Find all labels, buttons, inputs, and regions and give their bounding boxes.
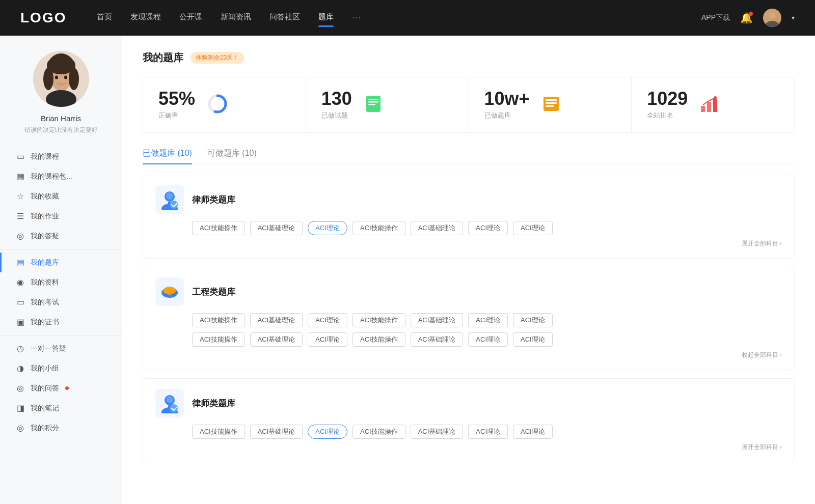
- tag2-5[interactable]: ACI基础理论: [411, 313, 464, 327]
- tab-done-banks[interactable]: 已做题库 (10): [143, 148, 192, 164]
- nav-qa[interactable]: 问答社区: [269, 12, 300, 24]
- tab-available-banks[interactable]: 可做题库 (10): [207, 148, 257, 164]
- svg-point-2: [769, 12, 775, 18]
- collapse-link-2[interactable]: 收起全部科目 ›: [155, 351, 782, 359]
- expand-link-3[interactable]: 展开全部科目 ›: [155, 443, 782, 452]
- tag2-10[interactable]: ACI理论: [308, 332, 347, 347]
- menu-divider-2: [0, 335, 122, 335]
- main-content: 我的题库 体验剩余23天！ 55% 正确率: [122, 36, 815, 504]
- svg-point-1: [765, 21, 779, 27]
- stat-accuracy-number: 55%: [158, 90, 195, 108]
- logo[interactable]: LOGO: [20, 10, 66, 26]
- stat-ranking: 1029 全站排名: [632, 77, 794, 132]
- tag-1[interactable]: ACI技能操作: [192, 221, 245, 235]
- trial-badge: 体验剩余23天！: [191, 52, 244, 64]
- avatar-chevron-icon[interactable]: ▾: [792, 14, 795, 21]
- tag2-11[interactable]: ACI技能操作: [352, 332, 405, 347]
- tag3-6[interactable]: ACI理论: [468, 425, 508, 439]
- accuracy-chart-icon: [207, 94, 228, 116]
- tag2-13[interactable]: ACI理论: [468, 332, 508, 347]
- tag-3-active[interactable]: ACI理论: [308, 221, 347, 235]
- svg-rect-22: [546, 105, 554, 107]
- svg-rect-25: [713, 99, 717, 112]
- sidebar-item-my-qa[interactable]: ◎ 我的问答: [0, 378, 122, 398]
- tag-6[interactable]: ACI理论: [468, 221, 508, 235]
- svg-point-8: [69, 68, 79, 90]
- svg-rect-24: [707, 102, 711, 112]
- tag2-12[interactable]: ACI基础理论: [411, 332, 464, 347]
- nav-open-course[interactable]: 公开课: [179, 12, 202, 24]
- tag2-7[interactable]: ACI理论: [513, 313, 553, 327]
- question-icon: ◎: [15, 231, 25, 241]
- tag-7[interactable]: ACI理论: [513, 221, 553, 235]
- tag3-3-active[interactable]: ACI理论: [308, 425, 347, 439]
- svg-rect-18: [368, 104, 375, 105]
- certificate-icon: ▣: [15, 317, 25, 327]
- tag3-7[interactable]: ACI理论: [513, 425, 553, 439]
- tag2-6[interactable]: ACI理论: [468, 313, 508, 327]
- page-title: 我的题库: [143, 51, 183, 65]
- sidebar-item-question-bank[interactable]: ▤ 我的题库: [0, 253, 122, 272]
- sidebar-item-notes[interactable]: ◨ 我的笔记: [0, 398, 122, 418]
- avatar[interactable]: [763, 9, 781, 27]
- app-download-link[interactable]: APP下载: [701, 13, 730, 22]
- tag2-9[interactable]: ACI基础理论: [250, 332, 303, 347]
- tag2-8[interactable]: ACI技能操作: [192, 332, 245, 347]
- sidebar-item-homework[interactable]: ☰ 我的作业: [0, 206, 122, 226]
- stats-row: 55% 正确率 130 已做试题: [143, 77, 795, 133]
- nav-question-bank[interactable]: 题库: [318, 12, 334, 24]
- menu-divider-1: [0, 249, 122, 249]
- bank-card-2-title: 工程类题库: [192, 286, 235, 298]
- tag-5[interactable]: ACI基础理论: [411, 221, 464, 235]
- bank-card-3-icon: [155, 389, 184, 417]
- sidebar-item-points[interactable]: ◎ 我的积分: [0, 418, 122, 438]
- sidebar-item-one-on-one[interactable]: ◷ 一对一答疑: [0, 339, 122, 358]
- sidebar-item-favorites[interactable]: ☆ 我的收藏: [0, 186, 122, 206]
- exam-icon: ▭: [15, 297, 25, 307]
- svg-rect-17: [368, 101, 378, 103]
- bank-card-2-header: 工程类题库: [155, 277, 782, 306]
- bank-card-1-title: 律师类题库: [192, 194, 235, 206]
- sidebar-item-certificate[interactable]: ▣ 我的证书: [0, 312, 122, 332]
- sidebar-item-answers[interactable]: ◎ 我的答疑: [0, 226, 122, 246]
- stat-banks-label: 已做题库: [484, 111, 530, 120]
- tag-2[interactable]: ACI基础理论: [250, 221, 303, 235]
- tag-4[interactable]: ACI技能操作: [352, 221, 405, 235]
- chat-icon: ◷: [15, 344, 25, 353]
- tag2-3[interactable]: ACI理论: [308, 313, 347, 327]
- user-avatar: [33, 51, 89, 107]
- svg-point-11: [55, 76, 58, 79]
- tag2-14[interactable]: ACI理论: [513, 332, 553, 347]
- tag3-5[interactable]: ACI基础理论: [411, 425, 464, 439]
- svg-point-31: [170, 201, 178, 209]
- tag3-4[interactable]: ACI技能操作: [352, 425, 405, 439]
- avatar-svg: [763, 9, 781, 27]
- tag2-2[interactable]: ACI基础理论: [250, 313, 303, 327]
- tag2-1[interactable]: ACI技能操作: [192, 313, 245, 327]
- nav-news[interactable]: 新闻资讯: [221, 12, 251, 24]
- nav-discover[interactable]: 发现课程: [130, 12, 161, 24]
- svg-point-12: [64, 76, 67, 79]
- avatar-image: [763, 9, 781, 27]
- notification-bell[interactable]: 🔔: [740, 12, 753, 24]
- nav-more[interactable]: ···: [352, 13, 362, 23]
- stat-accuracy-label: 正确率: [158, 111, 195, 120]
- bank-card-3-title: 律师类题库: [192, 398, 235, 409]
- sidebar-item-my-courses[interactable]: ▭ 我的课程: [0, 147, 122, 166]
- svg-point-40: [170, 404, 178, 412]
- sidebar-item-my-data[interactable]: ◉ 我的资料: [0, 272, 122, 292]
- tag3-1[interactable]: ACI技能操作: [192, 425, 245, 439]
- nav-home[interactable]: 首页: [97, 12, 112, 24]
- sidebar-motto: 错误的决定比没有决定要好: [24, 126, 98, 134]
- tag3-2[interactable]: ACI基础理论: [250, 425, 303, 439]
- bank-card-3-header: 律师类题库: [155, 389, 782, 417]
- sidebar-item-exam[interactable]: ▭ 我的考试: [0, 292, 122, 312]
- sidebar-item-course-package[interactable]: ▦ 我的课程包...: [0, 166, 122, 186]
- group-icon: ◑: [15, 363, 25, 373]
- bank-card-1: 律师类题库 ACI技能操作 ACI基础理论 ACI理论 ACI技能操作 ACI基…: [143, 175, 795, 259]
- svg-rect-35: [168, 287, 172, 291]
- notes-icon: ◨: [15, 403, 25, 413]
- sidebar-item-my-group[interactable]: ◑ 我的小组: [0, 358, 122, 378]
- tag2-4[interactable]: ACI技能操作: [352, 313, 405, 327]
- expand-link-1[interactable]: 展开全部科目 ›: [155, 239, 782, 248]
